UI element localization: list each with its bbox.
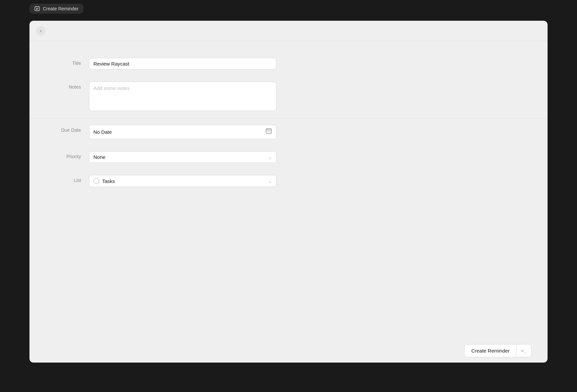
chevron-down-icon-2: ⌄ [268, 178, 272, 184]
list-select-left: Tasks [93, 178, 115, 184]
list-circle-icon [93, 178, 99, 184]
svg-point-3 [267, 131, 268, 132]
create-button-label: Create Reminder [465, 345, 516, 357]
list-control: Tasks ⌄ [89, 175, 276, 187]
list-label: List [46, 175, 89, 183]
list-select[interactable]: Tasks ⌄ [89, 175, 276, 187]
due-date-label: Due Date [46, 125, 89, 133]
list-value: Tasks [102, 178, 115, 184]
window-footer: Create Reminder >_ [29, 339, 548, 363]
due-date-value: No Date [93, 129, 112, 135]
chevron-down-icon: ⌄ [268, 155, 272, 160]
notes-label: Notes [46, 82, 89, 90]
priority-select[interactable]: None ⌄ [89, 151, 276, 163]
calendar-icon [265, 128, 272, 136]
priority-value: None [93, 154, 105, 160]
svg-point-4 [270, 131, 270, 132]
create-reminder-button[interactable]: Create Reminder >_ [464, 344, 531, 357]
due-date-field[interactable]: No Date [89, 125, 276, 139]
back-icon: ‹ [40, 28, 42, 33]
titlebar: Create Reminder [0, 0, 577, 17]
title-row: Title [29, 52, 548, 76]
back-button[interactable]: ‹ [36, 26, 46, 35]
notes-row: Notes [29, 76, 548, 118]
title-input[interactable] [89, 58, 276, 70]
svg-rect-1 [266, 129, 271, 133]
priority-label: Priority [46, 151, 89, 159]
svg-point-2 [268, 131, 269, 132]
priority-control: None ⌄ [89, 151, 276, 163]
title-label: Title [46, 58, 89, 66]
main-window: ‹ Title Notes Due Date No Date [29, 21, 548, 363]
titlebar-pill: Create Reminder [29, 4, 83, 14]
notes-input[interactable] [89, 82, 276, 111]
terminal-icon: >_ [516, 345, 531, 357]
titlebar-title: Create Reminder [43, 6, 79, 11]
priority-row: Priority None ⌄ [29, 145, 548, 169]
due-date-row: Due Date No Date [29, 119, 548, 145]
window-header: ‹ [29, 21, 548, 41]
form-container: Title Notes Due Date No Date [29, 41, 548, 339]
title-control [89, 58, 276, 70]
notes-control [89, 82, 276, 112]
reminder-icon [34, 6, 40, 12]
list-row: List Tasks ⌄ [29, 169, 548, 193]
due-date-control: No Date [89, 125, 276, 139]
